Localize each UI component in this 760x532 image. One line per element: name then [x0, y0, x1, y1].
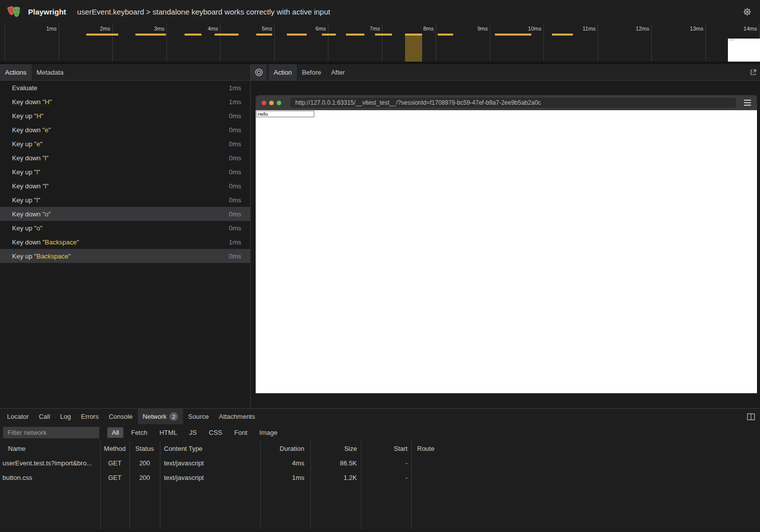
browser-url-bar[interactable]: http://127.0.0.1:63315/__vitest_test__/?…	[290, 98, 736, 108]
filter-chip-all[interactable]: All	[107, 427, 123, 438]
network-cell: 1.2K	[310, 474, 361, 481]
timeline-action-bar	[375, 34, 392, 36]
timeline-tick-label: 14ms	[743, 26, 759, 32]
tab-metadata-label: Metadata	[37, 69, 64, 76]
timeline-tick-label: 2ms	[100, 26, 112, 32]
tab-errors[interactable]: Errors	[76, 409, 103, 424]
tab-actions[interactable]: Actions	[0, 64, 32, 80]
timeline-gridline	[112, 23, 113, 62]
trace-title: userEvent.keyboard > standalone keyboard…	[77, 8, 330, 16]
network-filter-input[interactable]	[3, 427, 99, 438]
tab-after[interactable]: After	[326, 64, 349, 80]
network-table-header: NameMethodStatusContent TypeDurationSize…	[0, 441, 760, 456]
tab-log[interactable]: Log	[55, 409, 76, 424]
timeline-gridline	[328, 23, 328, 62]
tab-actions-label: Actions	[5, 69, 27, 76]
top-bar: Playwright userEvent.keyboard > standalo…	[0, 0, 760, 23]
action-row[interactable]: Key up "e"0ms	[0, 137, 250, 151]
tab-log-label: Log	[60, 413, 71, 420]
network-cell: 1ms	[260, 474, 310, 481]
action-row[interactable]: Key up "Backspace"0ms	[0, 249, 250, 263]
action-label: Key up "H"	[12, 112, 44, 120]
actions-tabbar: ActionsMetadata	[0, 64, 250, 81]
timeline[interactable]: 1ms2ms3ms4ms5ms6ms7ms8ms9ms10ms11ms12ms1…	[0, 23, 760, 64]
tab-action[interactable]: Action	[269, 64, 297, 80]
snapshot-panel: ActionBeforeAfter http://127.0.0.1:63	[251, 64, 760, 408]
open-external-icon[interactable]	[746, 64, 760, 80]
action-key-value: l	[37, 168, 38, 176]
action-row[interactable]: Key up "o"0ms	[0, 221, 250, 235]
tab-metadata[interactable]: Metadata	[32, 64, 69, 80]
action-row[interactable]: Key down "l"0ms	[0, 179, 250, 193]
action-row[interactable]: Key down "Backspace"1ms	[0, 235, 250, 249]
page-text-input[interactable]	[256, 111, 314, 117]
network-cell: -	[361, 474, 411, 481]
action-duration: 1ms	[229, 98, 241, 106]
action-row[interactable]: Key down "e"0ms	[0, 123, 250, 137]
pick-locator-bullseye-icon[interactable]	[251, 64, 267, 80]
timeline-gridline	[59, 23, 59, 62]
action-key-value: o	[45, 210, 48, 218]
app-name: Playwright	[28, 8, 66, 16]
network-filter-chips: AllFetchHTMLJSCSSFontImage	[107, 427, 282, 438]
action-label: Key down "l"	[12, 182, 49, 190]
timeline-action-bar	[495, 34, 531, 36]
timeline-action-bar	[256, 34, 272, 36]
tab-console[interactable]: Console	[104, 409, 138, 424]
tab-attachments[interactable]: Attachments	[214, 409, 260, 424]
action-row[interactable]: Key down "H"1ms	[0, 95, 250, 109]
network-col-header: Name	[0, 445, 100, 452]
network-cell: 4ms	[260, 459, 310, 467]
action-row[interactable]: Key up "H"0ms	[0, 109, 250, 123]
playwright-logo-icon	[7, 5, 22, 18]
timeline-gridline	[651, 23, 652, 62]
toggle-columns-icon[interactable]	[744, 413, 758, 420]
timeline-action-bar	[215, 34, 239, 36]
action-row[interactable]: Key down "l"0ms	[0, 151, 250, 165]
snapshot-area: http://127.0.0.1:63315/__vitest_test__/?…	[251, 81, 760, 408]
network-table-body: userEvent.test.ts?import&bro...GET200tex…	[0, 456, 760, 485]
main-split: ActionsMetadata Evaluate1msKey down "H"1…	[0, 64, 760, 408]
timeline-tick-label: 13ms	[690, 26, 705, 32]
action-key-value: l	[45, 154, 46, 162]
filter-chip-js[interactable]: JS	[184, 427, 201, 438]
network-row[interactable]: userEvent.test.ts?import&bro...GET200tex…	[0, 456, 760, 470]
filter-chip-image[interactable]: Image	[255, 427, 282, 438]
filter-chip-fetch[interactable]: Fetch	[126, 427, 152, 438]
traffic-light-yellow-icon	[269, 101, 274, 105]
network-cell: 200	[129, 459, 160, 467]
tab-source[interactable]: Source	[183, 409, 214, 424]
action-key-value: l	[45, 182, 46, 190]
filter-chip-font[interactable]: Font	[230, 427, 252, 438]
timeline-gridline	[382, 23, 383, 62]
timeline-tick-label: 6ms	[315, 26, 328, 32]
action-label: Key up "e"	[12, 140, 43, 148]
tab-call[interactable]: Call	[34, 409, 55, 424]
action-row[interactable]: Key up "l"0ms	[0, 165, 250, 179]
network-col-header: Content Type	[160, 445, 260, 452]
network-col-header: Status	[129, 445, 160, 452]
action-row[interactable]: Key up "l"0ms	[0, 193, 250, 207]
timeline-gridline	[274, 23, 275, 62]
tab-network[interactable]: Network2	[138, 409, 183, 424]
timeline-action-bar	[322, 34, 336, 36]
timeline-action-bar	[346, 34, 364, 36]
network-filter-row: AllFetchHTMLJSCSSFontImage	[0, 424, 760, 441]
timeline-tick-label: 12ms	[636, 26, 651, 32]
action-label: Key up "o"	[12, 224, 43, 232]
network-cell: text/javascript	[160, 474, 260, 481]
timeline-action-bar	[438, 34, 453, 36]
network-row[interactable]: button.cssGET200text/javascript1ms1.2K-	[0, 470, 760, 485]
filter-chip-html[interactable]: HTML	[155, 427, 181, 438]
tab-before[interactable]: Before	[297, 64, 326, 80]
filter-chip-css[interactable]: CSS	[205, 427, 227, 438]
traffic-light-red-icon	[262, 101, 266, 105]
action-row[interactable]: Evaluate1ms	[0, 81, 250, 95]
tab-locator-label: Locator	[7, 413, 29, 420]
action-list: Evaluate1msKey down "H"1msKey up "H"0msK…	[0, 81, 250, 408]
action-key-value: H	[45, 98, 49, 106]
action-row[interactable]: Key down "o"0ms	[0, 207, 250, 221]
tab-locator[interactable]: Locator	[2, 409, 34, 424]
timeline-tick-label: 7ms	[369, 26, 382, 32]
settings-gear-icon[interactable]	[741, 6, 753, 18]
